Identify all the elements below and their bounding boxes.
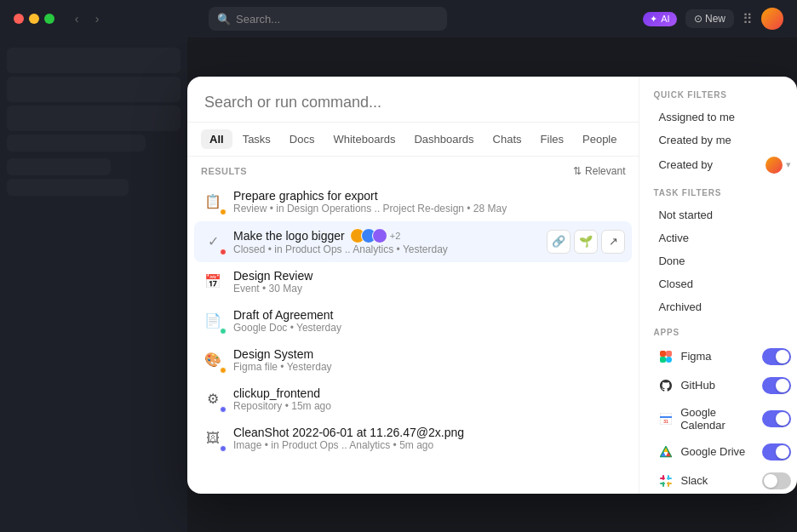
minimize-window-dot[interactable]: [29, 14, 39, 24]
result-item-3[interactable]: 📅 Design Review Event • 30 May: [194, 262, 632, 301]
grid-icon[interactable]: ⠿: [743, 11, 753, 27]
result-item-1[interactable]: 📋 Prepare graphics for export Review • i…: [194, 182, 632, 221]
slack-name: Slack: [680, 474, 708, 487]
apps-title: APPS: [653, 328, 796, 337]
sidebar-item-4[interactable]: [7, 134, 146, 152]
topbar-right: ✦ AI ⊙ New ⠿: [643, 8, 783, 30]
filter-not-started-label: Not started: [658, 209, 713, 221]
filter-assigned-label: Assigned to me: [658, 111, 735, 123]
result-item-7[interactable]: 🖼 CleanShot 2022-06-01 at 11.26.47@2x.pn…: [194, 419, 632, 458]
result-item-4[interactable]: 📄 Draft of Agreement Google Doc • Yester…: [194, 301, 632, 340]
gdrive-toggle[interactable]: [762, 443, 791, 460]
tab-dashboards[interactable]: Dashboards: [405, 129, 482, 149]
result-title-4: Draft of Agreement: [233, 308, 625, 322]
result-item-6[interactable]: ⚙ clickup_frontend Repository • 15m ago: [194, 380, 632, 419]
tab-whiteboards[interactable]: Whiteboards: [324, 129, 404, 149]
status-dot-6: [220, 406, 226, 413]
gcal-toggle[interactable]: [762, 410, 791, 427]
filter-created-by-left: Created by: [658, 158, 713, 171]
slack-icon: [658, 473, 674, 489]
sort-button[interactable]: ⇅ Relevant: [573, 165, 625, 177]
filter-assigned[interactable]: Assigned to me: [653, 106, 796, 128]
app-gdrive: Google Drive: [653, 439, 796, 465]
avatar-group: +2: [350, 228, 401, 243]
filter-tabs: All Tasks Docs Whiteboards Dashboards Ch…: [187, 123, 639, 157]
quick-filters-title: QUICK FILTERS: [653, 90, 796, 100]
sidebar-item-3[interactable]: [7, 106, 181, 131]
new-button[interactable]: ⊙ New: [685, 9, 734, 28]
user-avatar[interactable]: [761, 8, 783, 30]
filter-created-by-me[interactable]: Created by me: [653, 129, 796, 151]
result-icon-7: 🖼: [201, 426, 225, 450]
search-placeholder: Search...: [236, 13, 280, 26]
result-actions-2: 🔗 🌱 ↗: [547, 230, 625, 254]
status-dot-5: [220, 367, 226, 374]
status-dot-4: [220, 328, 226, 335]
tab-chats[interactable]: Chats: [485, 129, 530, 149]
gdrive-toggle-thumb: [776, 445, 789, 459]
link-action-button[interactable]: 🔗: [547, 230, 571, 254]
result-info-2: Make the logo bigger +2: [233, 228, 538, 255]
result-meta-4: Google Doc • Yesterday: [233, 322, 625, 334]
result-item-5[interactable]: 🎨 Design System Figma file • Yesterday: [194, 340, 632, 380]
app-gcal: 31 Google Calendar: [653, 402, 796, 436]
ai-badge[interactable]: ✦ AI: [643, 12, 676, 26]
result-meta-6: Repository • 15m ago: [233, 400, 625, 412]
result-item-2[interactable]: ✓ Make the logo bigger: [194, 221, 632, 262]
filter-not-started[interactable]: Not started: [653, 204, 796, 226]
result-info-3: Design Review Event • 30 May: [233, 269, 625, 295]
app-content: All Tasks Docs Whiteboards Dashboards Ch…: [0, 37, 797, 532]
figma-toggle[interactable]: [762, 348, 791, 365]
result-info-1: Prepare graphics for export Review • in …: [233, 189, 625, 215]
slack-toggle[interactable]: [762, 472, 791, 489]
filter-closed-label: Closed: [658, 277, 692, 290]
filter-archived[interactable]: Archived: [653, 296, 796, 317]
svg-rect-2: [660, 357, 666, 363]
result-title-5: Design System: [233, 347, 625, 361]
result-title-1: Prepare graphics for export: [233, 189, 625, 203]
figma-label: Figma: [658, 349, 711, 364]
result-title-7: CleanShot 2022-06-01 at 11.26.47@2x.png: [233, 426, 625, 439]
mini-avatar-3: [372, 228, 387, 243]
app-background: ‹ › 🔍 Search... ✦ AI ⊙ New ⠿: [0, 0, 797, 532]
filter-done[interactable]: Done: [653, 250, 796, 272]
close-window-dot[interactable]: [14, 14, 24, 24]
sidebar-item-5[interactable]: [7, 158, 111, 175]
assign-action-button[interactable]: 🌱: [574, 230, 598, 254]
command-search-input[interactable]: [204, 94, 622, 112]
chevron-down-icon: ▾: [786, 159, 791, 170]
tab-files[interactable]: Files: [532, 129, 572, 149]
filter-closed[interactable]: Closed: [653, 273, 796, 295]
ai-icon: ✦: [650, 14, 657, 25]
modal-top: All Tasks Docs Whiteboards Dashboards Ch…: [187, 77, 797, 494]
gcal-name: Google Calendar: [680, 406, 762, 432]
filter-created-by-right: ▾: [765, 157, 791, 174]
result-meta-2: Closed • in Product Ops .. Analytics • Y…: [233, 243, 538, 255]
gcal-icon: 31: [658, 411, 674, 426]
forward-arrow[interactable]: ›: [89, 10, 106, 27]
svg-text:31: 31: [664, 419, 669, 424]
svg-rect-16: [662, 482, 664, 487]
search-input-area: [187, 77, 639, 123]
maximize-window-dot[interactable]: [44, 14, 54, 24]
github-name: GitHub: [680, 379, 714, 392]
tab-people[interactable]: People: [574, 129, 625, 149]
tab-docs[interactable]: Docs: [281, 129, 324, 149]
sidebar-item-1[interactable]: [7, 48, 181, 73]
result-icon-1: 📋: [201, 190, 225, 214]
open-action-button[interactable]: ↗: [601, 230, 625, 254]
topbar-search[interactable]: 🔍 Search...: [209, 7, 447, 31]
github-toggle[interactable]: [762, 377, 791, 394]
filter-active[interactable]: Active: [653, 227, 796, 249]
tab-all[interactable]: All: [201, 129, 232, 149]
sidebar-item-6[interactable]: [7, 179, 129, 196]
filter-created-by[interactable]: Created by ▾: [653, 152, 796, 178]
filter-active-label: Active: [658, 232, 688, 244]
status-dot-2: [220, 249, 226, 255]
sidebar-item-2[interactable]: [7, 77, 181, 102]
filter-created-by-label: Created by: [658, 158, 713, 171]
svg-rect-1: [666, 351, 672, 357]
tab-tasks[interactable]: Tasks: [234, 129, 279, 149]
back-arrow[interactable]: ‹: [68, 10, 85, 27]
result-icon-2: ✓: [201, 230, 225, 254]
